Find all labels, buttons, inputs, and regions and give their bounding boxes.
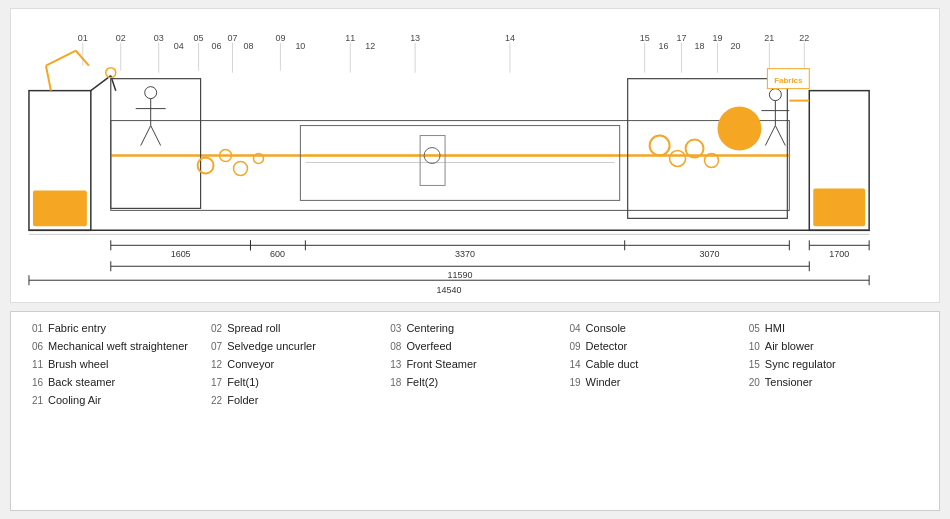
svg-text:01: 01	[78, 33, 88, 43]
legend-number: 02	[206, 323, 222, 334]
legend-label: Console	[586, 322, 626, 334]
legend-number: 03	[385, 323, 401, 334]
legend-number: 12	[206, 359, 222, 370]
svg-text:3370: 3370	[455, 249, 475, 259]
legend-label: Centering	[406, 322, 454, 334]
legend-item: 17Felt(1)	[206, 376, 385, 388]
svg-text:22: 22	[799, 33, 809, 43]
legend-label: Front Steamer	[406, 358, 476, 370]
svg-rect-38	[33, 190, 87, 226]
svg-text:18: 18	[695, 41, 705, 51]
svg-text:Fabrics: Fabrics	[774, 76, 803, 85]
legend-label: Fabric entry	[48, 322, 106, 334]
legend-number: 22	[206, 395, 222, 406]
svg-text:3070: 3070	[700, 249, 720, 259]
main-container: 01 02 03 04 05 06 07 08 09 10 11 12 13 1…	[0, 0, 950, 519]
legend-label: Felt(1)	[227, 376, 259, 388]
legend-label: Conveyor	[227, 358, 274, 370]
legend-item: 04Console	[565, 322, 744, 334]
legend-number: 06	[27, 341, 43, 352]
legend-item: 05HMI	[744, 322, 923, 334]
legend-item: 02Spread roll	[206, 322, 385, 334]
legend-item: 07Selvedge uncurler	[206, 340, 385, 352]
svg-text:05: 05	[194, 33, 204, 43]
legend-label: Folder	[227, 394, 258, 406]
svg-text:600: 600	[270, 249, 285, 259]
legend-number: 04	[565, 323, 581, 334]
legend-item: 19Winder	[565, 376, 744, 388]
legend-number: 17	[206, 377, 222, 388]
machine-diagram: 01 02 03 04 05 06 07 08 09 10 11 12 13 1…	[11, 9, 939, 302]
svg-text:14: 14	[505, 33, 515, 43]
legend-number: 21	[27, 395, 43, 406]
svg-rect-76	[813, 188, 865, 226]
legend-item: 13Front Steamer	[385, 358, 564, 370]
legend-item: 10Air blower	[744, 340, 923, 352]
svg-text:19: 19	[712, 33, 722, 43]
legend-label: Overfeed	[406, 340, 451, 352]
legend-item: 14Cable duct	[565, 358, 744, 370]
svg-text:07: 07	[228, 33, 238, 43]
svg-text:15: 15	[640, 33, 650, 43]
legend-label: Tensioner	[765, 376, 813, 388]
svg-text:03: 03	[154, 33, 164, 43]
svg-text:17: 17	[677, 33, 687, 43]
legend-number: 18	[385, 377, 401, 388]
legend-item: 09Detector	[565, 340, 744, 352]
legend-label: Mechanical weft straightener	[48, 340, 188, 352]
legend-number: 15	[744, 359, 760, 370]
svg-text:06: 06	[212, 41, 222, 51]
legend-label: Spread roll	[227, 322, 280, 334]
legend-number: 14	[565, 359, 581, 370]
legend-item: 16Back steamer	[27, 376, 206, 388]
legend-label: Air blower	[765, 340, 814, 352]
legend-item: 18Felt(2)	[385, 376, 564, 388]
svg-text:10: 10	[295, 41, 305, 51]
legend-label: Detector	[586, 340, 628, 352]
svg-text:16: 16	[659, 41, 669, 51]
legend-item: 15Sync regulator	[744, 358, 923, 370]
legend-number: 07	[206, 341, 222, 352]
legend-number: 08	[385, 341, 401, 352]
legend-item: 01Fabric entry	[27, 322, 206, 334]
legend-item: 11Brush wheel	[27, 358, 206, 370]
legend-area: 01Fabric entry02Spread roll03Centering04…	[10, 311, 940, 511]
legend-item: 21Cooling Air	[27, 394, 206, 406]
svg-text:09: 09	[275, 33, 285, 43]
svg-text:12: 12	[365, 41, 375, 51]
legend-label: Cooling Air	[48, 394, 101, 406]
svg-text:20: 20	[730, 41, 740, 51]
legend-item: 03Centering	[385, 322, 564, 334]
svg-text:08: 08	[243, 41, 253, 51]
svg-text:04: 04	[174, 41, 184, 51]
svg-text:13: 13	[410, 33, 420, 43]
svg-text:1605: 1605	[171, 249, 191, 259]
legend-item: 22Folder	[206, 394, 385, 406]
legend-item: 12Conveyor	[206, 358, 385, 370]
legend-label: Winder	[586, 376, 621, 388]
legend-label: Selvedge uncurler	[227, 340, 316, 352]
legend-label: Felt(2)	[406, 376, 438, 388]
legend-number: 19	[565, 377, 581, 388]
legend-label: Brush wheel	[48, 358, 109, 370]
legend-item: 20Tensioner	[744, 376, 923, 388]
legend-number: 01	[27, 323, 43, 334]
legend-item: 08Overfeed	[385, 340, 564, 352]
svg-text:11: 11	[345, 33, 355, 43]
legend-grid: 01Fabric entry02Spread roll03Centering04…	[27, 322, 923, 406]
svg-text:11590: 11590	[448, 270, 473, 280]
legend-item: 06Mechanical weft straightener	[27, 340, 206, 352]
svg-text:21: 21	[764, 33, 774, 43]
legend-label: Cable duct	[586, 358, 639, 370]
legend-number: 05	[744, 323, 760, 334]
legend-number: 16	[27, 377, 43, 388]
legend-number: 09	[565, 341, 581, 352]
diagram-area: 01 02 03 04 05 06 07 08 09 10 11 12 13 1…	[10, 8, 940, 303]
svg-text:14540: 14540	[437, 285, 462, 295]
svg-text:1700: 1700	[829, 249, 849, 259]
legend-number: 11	[27, 359, 43, 370]
legend-number: 13	[385, 359, 401, 370]
legend-label: Sync regulator	[765, 358, 836, 370]
svg-text:02: 02	[116, 33, 126, 43]
legend-number: 10	[744, 341, 760, 352]
